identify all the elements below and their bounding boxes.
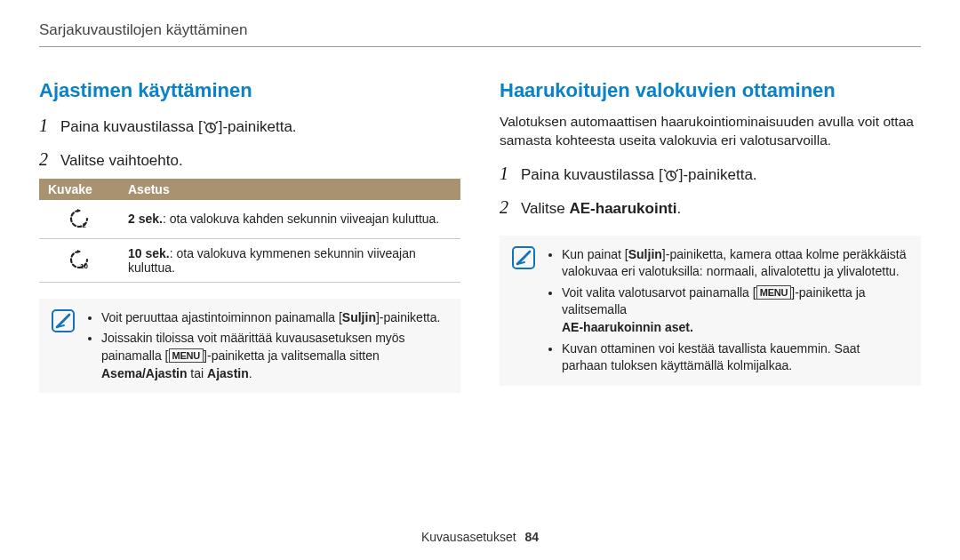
left-step1-b: ]-painiketta. <box>219 118 297 135</box>
note-icon <box>52 309 75 382</box>
text: . <box>249 366 252 380</box>
note-icon <box>512 246 535 375</box>
text: Kuvan ottaminen voi kestää tavallista ka… <box>562 341 860 373</box>
right-step1-a: Paina kuvaustilassa [ <box>521 166 663 183</box>
burst-timer-icon <box>663 167 679 189</box>
text: Voit valita valotusarvot painamalla [ <box>562 285 756 300</box>
breadcrumb: Sarjakuvaustilojen käyttäminen <box>39 21 921 47</box>
page-footer: Kuvausasetukset 84 <box>0 530 960 544</box>
text: tai <box>187 366 207 380</box>
table-row: 10 10 sek.: ota valokuva kymmenen sekunn… <box>39 238 460 282</box>
right-column: Haarukoitujen valokuvien ottaminen Valot… <box>500 79 921 386</box>
left-step-2: 2 Valitse vaihtoehto. <box>39 147 460 172</box>
text: Voit peruuttaa ajastintoiminnon painamal… <box>101 310 342 324</box>
row1-bold: 2 sek. <box>128 212 163 226</box>
right-step-2: 2 Valitse AE-haarukointi. <box>500 195 921 220</box>
svg-text:10: 10 <box>80 262 88 269</box>
left-heading: Ajastimen käyttäminen <box>39 79 460 102</box>
left-step2-text: Valitse vaihtoehto. <box>60 150 183 172</box>
row2-rest: : ota valokuva kymmenen sekunnin viiveaj… <box>128 246 416 275</box>
timer-options-table: Kuvake Asetus 2 <box>39 179 460 283</box>
step-number: 2 <box>39 147 52 172</box>
menu-icon: MENU <box>756 285 792 300</box>
note-bullet: Voit valita valotusarvot painamalla [MEN… <box>562 284 908 337</box>
row2-bold: 10 sek. <box>128 246 170 260</box>
footer-page-number: 84 <box>524 530 539 544</box>
svg-marker-1 <box>77 209 81 212</box>
timer-10s-icon: 10 <box>68 258 90 272</box>
right-note: Kun painat [Suljin]-painiketta, kamera o… <box>500 236 921 386</box>
right-heading: Haarukoitujen valokuvien ottaminen <box>500 79 921 102</box>
menu-icon: MENU <box>169 348 204 363</box>
svg-marker-3 <box>77 250 81 253</box>
step-number: 1 <box>500 161 512 186</box>
note-bold: AE-haarukoinnin aset. <box>562 320 693 334</box>
left-column: Ajastimen käyttäminen 1 Paina kuvaustila… <box>39 79 460 393</box>
table-row: 2 2 sek.: ota valokuva kahden sekunnin v… <box>39 200 460 239</box>
right-step1-b: ]-painiketta. <box>679 166 757 183</box>
right-step2-bold: AE-haarukointi <box>570 200 677 217</box>
svg-text:2: 2 <box>83 221 87 228</box>
left-step1-a: Paina kuvaustilassa [ <box>60 118 203 135</box>
burst-timer-icon <box>203 119 219 141</box>
timer-2s-icon: 2 <box>68 217 90 231</box>
note-bullet: Joissakin tiloissa voit määrittää kuvaus… <box>101 330 448 382</box>
right-intro: Valotuksen automaattisen haarukointiomin… <box>500 113 921 150</box>
right-step2-end: . <box>676 200 681 217</box>
note-bold: Suljin <box>628 247 662 261</box>
note-bullet: Kuvan ottaminen voi kestää tavallista ka… <box>562 340 908 375</box>
footer-section: Kuvausasetukset <box>421 530 516 544</box>
text: ]-painiketta. <box>376 310 440 324</box>
note-bold: Ajastin <box>207 366 249 380</box>
left-step-1: 1 Paina kuvaustilassa []-painiketta. <box>39 113 460 141</box>
text: Kun painat [ <box>562 247 628 261</box>
th-icon: Kuvake <box>39 179 119 200</box>
left-note: Voit peruuttaa ajastintoiminnon painamal… <box>39 299 460 393</box>
right-step-1: 1 Paina kuvaustilassa []-painiketta. <box>500 161 921 189</box>
text: ]-painiketta ja valitsemalla sitten <box>204 348 380 363</box>
row1-rest: : ota valokuva kahden sekunnin viiveajan… <box>163 212 439 226</box>
note-bullet: Kun painat [Suljin]-painiketta, kamera o… <box>562 246 908 281</box>
note-bold: Suljin <box>342 310 376 324</box>
right-step2-a: Valitse <box>521 200 570 217</box>
th-setting: Asetus <box>119 179 460 200</box>
note-bold: Asema/Ajastin <box>101 366 187 380</box>
step-number: 1 <box>39 113 52 138</box>
step-number: 2 <box>500 195 512 220</box>
note-bullet: Voit peruuttaa ajastintoiminnon painamal… <box>101 309 448 327</box>
